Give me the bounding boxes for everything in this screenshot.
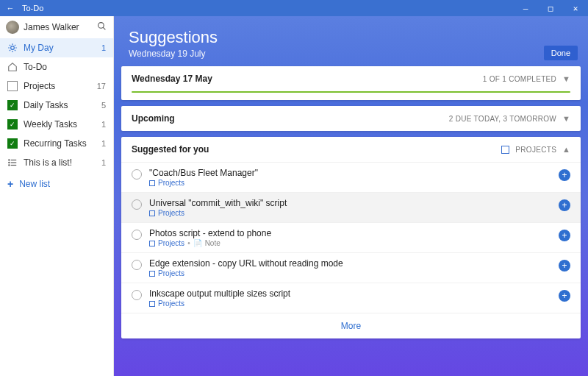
minimize-button[interactable]: – [513,4,538,13]
back-button[interactable]: ← [0,4,21,13]
task-list-name: Projects [158,209,184,217]
sidebar-item-label: My Day [24,43,96,53]
check-icon [7,119,18,130]
add-task-button[interactable]: + [559,230,570,241]
suggested-header[interactable]: Suggested for you PROJECTS ▲ [121,137,581,162]
sidebar-item-daily-tasks[interactable]: Daily Tasks 5 [0,96,113,115]
complete-circle[interactable] [132,260,142,270]
sidebar-item-my-day[interactable]: My Day 1 [0,38,113,57]
task-row[interactable]: Edge extension - copy URL without readin… [121,252,581,283]
title-bar: ← To-Do – □ ✕ [0,0,588,16]
suggested-label: Suggested for you [132,144,495,155]
complete-circle[interactable] [132,290,142,300]
complete-circle[interactable] [132,230,142,240]
new-list-button[interactable]: + New list [0,172,113,196]
sidebar-item-count: 1 [101,120,106,129]
sidebar-item-weekly-tasks[interactable]: Weekly Tasks 1 [0,115,113,134]
svg-point-15 [9,162,10,163]
complete-circle[interactable] [132,169,142,180]
chevron-up-icon: ▲ [562,145,570,154]
task-list-name: Projects [158,299,184,308]
completed-section: Wednesday 17 May 1 OF 1 COMPLETED ▼ [121,66,581,100]
upcoming-meta: 2 DUE TODAY, 3 TOMORROW [449,115,556,123]
sidebar-item-custom-list[interactable]: This is a list! 1 [0,153,113,172]
check-icon [7,100,18,110]
sidebar-item-label: Projects [24,81,91,91]
sidebar-item-label: Daily Tasks [24,100,96,110]
task-title: Inkscape output multiple sizes script [149,288,551,299]
check-icon [7,138,18,149]
upcoming-header[interactable]: Upcoming 2 DUE TODAY, 3 TOMORROW ▼ [121,106,581,131]
done-button[interactable]: Done [544,46,578,60]
chevron-down-icon: ▼ [562,74,570,83]
task-list-name: Projects [158,179,184,187]
main-panel: Suggestions Wednesday 19 July Done Wedne… [114,16,588,376]
complete-circle[interactable] [132,199,142,210]
plus-icon: + [7,178,13,190]
sidebar-item-recurring-tasks[interactable]: Recurring Tasks 1 [0,134,113,153]
add-task-button[interactable]: + [559,169,570,181]
sidebar-item-projects[interactable]: Projects 17 [0,77,113,96]
svg-point-14 [9,160,10,160]
sidebar-item-label: Weekly Tasks [24,119,96,130]
task-note: Note [205,239,220,247]
projects-icon [149,301,155,307]
sidebar-item-label: This is a list! [24,157,96,168]
list-icon [7,157,18,168]
completed-meta: 1 OF 1 COMPLETED [483,75,556,83]
suggested-meta: PROJECTS [515,146,556,154]
progress-bar [132,91,570,93]
task-row[interactable]: Photos script - extend to phone Projects… [121,222,581,252]
sidebar-item-count: 17 [97,82,106,91]
sidebar-item-label: Recurring Tasks [24,138,96,149]
sidebar-item-todo[interactable]: To-Do [0,57,113,77]
upcoming-section: Upcoming 2 DUE TODAY, 3 TOMORROW ▼ [121,106,581,131]
user-row[interactable]: James Walker [0,16,113,38]
task-row[interactable]: "Coach/Bus Fleet Manager" Projects + [121,162,581,192]
sidebar-item-count: 1 [101,158,106,167]
task-title: "Coach/Bus Fleet Manager" [149,168,551,178]
svg-line-1 [103,27,105,29]
sidebar-item-count: 5 [101,101,106,110]
svg-point-16 [9,165,10,166]
completed-label: Wednesday 17 May [132,74,477,84]
svg-line-8 [15,50,15,51]
task-title: Universal "commit_with_wiki" script [149,198,551,208]
add-task-button[interactable]: + [559,199,570,211]
sidebar-item-label: To-Do [24,62,100,72]
add-task-button[interactable]: + [559,260,570,272]
close-button[interactable]: ✕ [563,4,588,13]
page-title: Suggestions [129,28,573,47]
search-icon[interactable] [96,21,107,34]
task-title: Photos script - extend to phone [149,228,551,238]
maximize-button[interactable]: □ [538,4,563,13]
window-title: To-Do [21,4,43,13]
projects-icon [501,146,509,154]
task-title: Edge extension - copy URL without readin… [149,258,551,269]
projects-icon [149,271,155,277]
svg-point-2 [11,46,15,50]
projects-icon [149,210,155,216]
sun-icon [7,43,18,53]
upcoming-label: Upcoming [132,113,443,124]
nav-list: My Day 1 To-Do Projects 17 Daily Tasks 5 [0,38,113,172]
task-list-name: Projects [158,269,184,277]
task-list-name: Projects [158,239,184,247]
projects-icon [7,81,18,91]
task-row[interactable]: Inkscape output multiple sizes script Pr… [121,283,581,313]
avatar [6,21,19,34]
more-button[interactable]: More [121,313,581,338]
sidebar-item-count: 1 [101,43,106,52]
task-row[interactable]: Universal "commit_with_wiki" script Proj… [121,192,581,222]
svg-line-7 [10,45,10,46]
add-task-button[interactable]: + [559,290,570,302]
new-list-label: New list [19,179,50,189]
page-date: Wednesday 19 July [129,49,573,59]
suggested-section: Suggested for you PROJECTS ▲ "Coach/Bus … [121,137,581,338]
completed-header[interactable]: Wednesday 17 May 1 OF 1 COMPLETED ▼ [121,66,581,91]
home-icon [7,62,18,72]
svg-line-9 [10,50,10,51]
chevron-down-icon: ▼ [562,114,570,123]
projects-icon [149,241,155,246]
task-list: "Coach/Bus Fleet Manager" Projects + Uni… [121,162,581,313]
